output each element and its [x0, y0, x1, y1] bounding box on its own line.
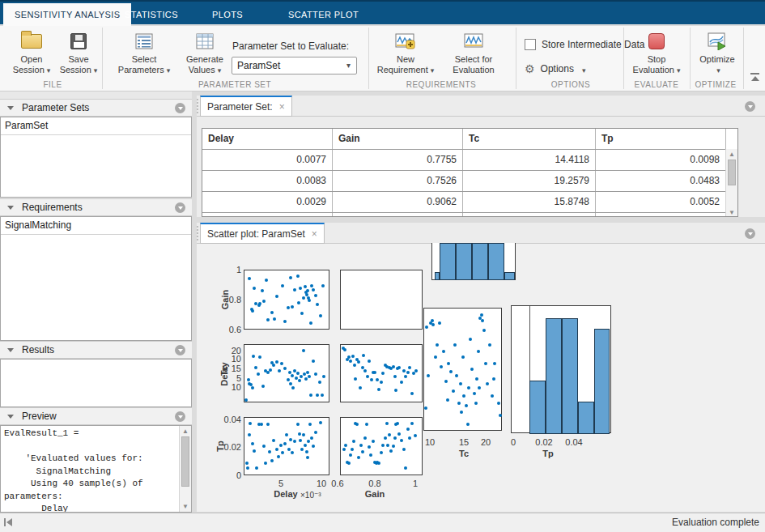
- requirements-header[interactable]: Requirements: [0, 198, 192, 216]
- panel-menu-icon[interactable]: [745, 228, 755, 239]
- collapse-sidebar-button[interactable]: [4, 518, 12, 526]
- group-label-evaluate: EVALUATE: [628, 80, 685, 89]
- requirements-list[interactable]: SignalMatching: [0, 216, 192, 341]
- tab-scatter-plot[interactable]: SCATTER PLOT: [277, 3, 370, 26]
- x-tick: 5: [269, 479, 293, 488]
- scatter-point: [499, 414, 502, 417]
- scatter-gain-vs-delay[interactable]: [244, 270, 329, 330]
- scatter-point: [393, 375, 397, 378]
- scatter-point: [469, 338, 472, 341]
- parameter-sets-header[interactable]: Parameter Sets: [0, 99, 192, 117]
- scatter-point: [362, 354, 365, 357]
- scatter-point: [396, 422, 399, 425]
- dropdown-caret-icon: [714, 65, 720, 74]
- save-floppy-icon: [70, 33, 87, 49]
- list-item-paramset[interactable]: ParamSet: [1, 117, 191, 135]
- optimize-button[interactable]: Optimize: [695, 31, 740, 76]
- histogram-bar: [578, 402, 594, 434]
- scroll-up-icon[interactable]: ▲: [180, 428, 191, 435]
- select-for-evaluation-button[interactable]: Select forEvaluation: [441, 31, 506, 75]
- histogram-bar: [440, 243, 456, 280]
- results-list[interactable]: [0, 359, 192, 407]
- scatter-point: [457, 402, 461, 405]
- close-tab-icon[interactable]: ×: [279, 98, 285, 116]
- parameter-table[interactable]: Delay Gain Tc Tp 0.00770.7755 14.41180.0…: [202, 128, 738, 217]
- col-header-gain[interactable]: Gain: [333, 129, 463, 149]
- scrollbar-thumb[interactable]: [728, 160, 736, 185]
- group-separator: [368, 28, 369, 89]
- scatter-point: [363, 436, 367, 440]
- scatter-point: [436, 343, 439, 347]
- scrollbar-thumb[interactable]: [181, 436, 189, 487]
- scatter-tc-vs-gain[interactable]: [340, 344, 423, 402]
- tab-plots[interactable]: PLOTS: [201, 3, 254, 26]
- parameter-sets-list[interactable]: ParamSet: [0, 117, 192, 198]
- save-session-button[interactable]: SaveSession: [57, 31, 100, 76]
- col-header-tc[interactable]: Tc: [463, 129, 596, 149]
- panel-menu-icon[interactable]: [175, 103, 185, 113]
- scatter-tc-vs-delay[interactable]: [244, 344, 329, 402]
- preview-header[interactable]: Preview: [0, 407, 192, 425]
- drag-handle[interactable]: [197, 99, 199, 113]
- panel-menu-icon[interactable]: [175, 411, 185, 422]
- scroll-down-icon[interactable]: ▼: [180, 503, 191, 510]
- store-intermediate-data-checkbox[interactable]: [525, 39, 536, 50]
- parameter-set-tab[interactable]: Parameter Set: ×: [200, 96, 292, 117]
- scatter-tp-vs-delay[interactable]: [244, 417, 329, 475]
- scatter-point: [289, 276, 292, 279]
- x-tick: 1: [403, 479, 427, 488]
- generate-values-icon: [196, 33, 214, 49]
- gain-axis-label: Gain: [220, 275, 230, 324]
- scroll-down-icon[interactable]: ▼: [726, 209, 737, 216]
- panel-menu-icon[interactable]: [175, 202, 185, 213]
- close-tab-icon[interactable]: ×: [312, 225, 317, 243]
- collapse-triangle-icon[interactable]: [7, 348, 14, 352]
- scatter-point: [408, 436, 411, 440]
- preview-scrollbar[interactable]: ▲ ▼: [179, 426, 191, 512]
- scatter-point: [308, 423, 312, 426]
- options-button[interactable]: ⚙ Options: [525, 62, 585, 76]
- scatter-point: [268, 450, 271, 453]
- table-row[interactable]: 0.00770.7755 14.41180.0098: [202, 150, 737, 171]
- table-row[interactable]: 0.00290.9062 15.87480.0052: [202, 192, 737, 213]
- collapse-ribbon-button[interactable]: [750, 73, 760, 81]
- scatter-point: [246, 466, 249, 470]
- results-header[interactable]: Results: [0, 341, 192, 359]
- parameter-set-combo[interactable]: ParamSet: [232, 57, 357, 74]
- scatter-point: [251, 309, 254, 313]
- panel-menu-icon[interactable]: [745, 101, 755, 112]
- scatter-point: [492, 377, 495, 381]
- table-header-row: Delay Gain Tc Tp: [202, 129, 737, 150]
- scatter-point: [289, 382, 292, 385]
- table-row[interactable]: 0.00840.9181 15.50240.0300: [202, 213, 737, 217]
- scatter-point: [318, 381, 321, 384]
- group-separator: [102, 28, 103, 89]
- tab-sensitivity-analysis[interactable]: SENSITIVITY ANALYSIS: [3, 3, 131, 26]
- list-item-signalmatching[interactable]: SignalMatching: [1, 217, 191, 235]
- tab-statistics[interactable]: STATISTICS: [113, 3, 189, 26]
- scatter-point: [299, 287, 302, 290]
- generate-values-button[interactable]: GenerateValues: [180, 31, 230, 76]
- select-parameters-button[interactable]: SelectParameters: [112, 31, 176, 76]
- collapse-triangle-icon[interactable]: [7, 106, 14, 110]
- stop-evaluation-button[interactable]: StopEvaluation: [628, 31, 685, 76]
- scroll-up-icon[interactable]: ▲: [726, 151, 737, 158]
- scatter-plot-tab[interactable]: Scatter plot: ParamSet ×: [200, 223, 325, 244]
- table-scrollbar[interactable]: ▲ ▼: [725, 149, 737, 217]
- scatter-point: [300, 375, 303, 378]
- histogram-bar: [504, 272, 515, 280]
- drag-handle[interactable]: [197, 226, 199, 240]
- col-header-tp[interactable]: Tp: [596, 129, 726, 149]
- scatter-point: [365, 423, 368, 426]
- scatter-tp-vs-gain[interactable]: [340, 417, 423, 475]
- open-session-button[interactable]: OpenSession: [10, 31, 53, 76]
- new-requirement-button[interactable]: NewRequirement: [374, 31, 437, 76]
- panel-menu-icon[interactable]: [175, 345, 185, 355]
- collapse-triangle-icon[interactable]: [7, 415, 14, 419]
- store-intermediate-data-checkbox-row[interactable]: Store Intermediate Data: [525, 39, 644, 50]
- scatter-point: [381, 372, 385, 375]
- table-row[interactable]: 0.00830.7526 19.25790.0483: [202, 171, 737, 192]
- col-header-delay[interactable]: Delay: [202, 129, 333, 149]
- collapse-triangle-icon[interactable]: [7, 206, 14, 210]
- scatter-tc-column[interactable]: [423, 308, 502, 431]
